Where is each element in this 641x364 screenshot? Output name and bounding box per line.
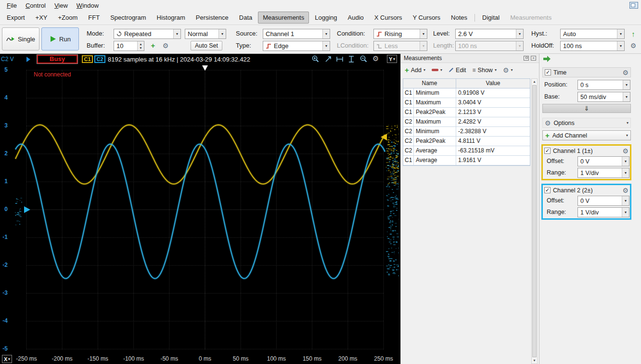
single-button[interactable]: Single [2, 27, 39, 50]
tab-y-cursors[interactable]: Y Cursors [408, 12, 446, 24]
buffer-settings-button[interactable]: ⚙ [161, 41, 170, 50]
tab-data[interactable]: Data [234, 12, 257, 24]
scrollbar-thumb[interactable] [532, 85, 537, 357]
tab-audio[interactable]: Audio [343, 12, 369, 24]
remove-measurement-button[interactable]: ▾ [432, 68, 442, 72]
measurement-row[interactable]: C1Maximum3.0404 V [403, 98, 530, 108]
value-cell: 1.9161 V [456, 156, 530, 165]
tab-xy[interactable]: +XY [31, 12, 52, 24]
expand-time-options-button[interactable]: ⇓ [542, 104, 631, 113]
options-menu-button[interactable]: ⚙ Options ▾ [542, 118, 631, 128]
channel1-checkbox[interactable]: ✓ [544, 148, 551, 154]
base-select[interactable]: 50 ms/div ▾ [577, 92, 630, 102]
channel2-checkbox[interactable]: ✓ [544, 187, 551, 193]
menu-control[interactable]: Control [22, 1, 50, 10]
channel1-range-select[interactable]: 1 V/div ▾ [577, 168, 629, 178]
chevron-down-icon: ▾ [218, 29, 226, 38]
y-tick-label: -1 [0, 234, 8, 240]
trigger-mode-select[interactable]: Normal ▾ [185, 29, 226, 39]
gear-icon[interactable]: ⚙ [622, 187, 628, 194]
menu-view[interactable]: View [51, 1, 72, 10]
source-select[interactable]: Channel 1 ▾ [263, 29, 330, 39]
channel2-header[interactable]: ✓ Channel 2 (2±) ⚙ [543, 185, 630, 195]
close-panel-icon[interactable]: × [531, 56, 536, 61]
add-channel-button[interactable]: + Add Channel ▾ [542, 130, 631, 140]
menu-file[interactable]: File [3, 1, 21, 10]
tab-zoom[interactable]: +Zoom [53, 12, 83, 24]
tab-logging[interactable]: Logging [310, 12, 342, 24]
channel2-badge[interactable]: C2 [94, 55, 105, 63]
measurement-row[interactable]: C2Average-63.21518 mV [403, 146, 530, 156]
add-measurement-button[interactable]: + Add ▾ [405, 67, 425, 74]
spinner-arrows[interactable]: ▲▼ [137, 41, 144, 50]
run-button[interactable]: Run [41, 27, 79, 50]
channel1-badge[interactable]: C1 [82, 55, 93, 63]
fit-horizontal-icon[interactable] [336, 55, 344, 64]
tab-measurements[interactable]: Measurements [258, 12, 309, 24]
y-axis-menu-button[interactable]: Y▾ [387, 55, 397, 63]
fit-vertical-icon[interactable] [347, 55, 355, 64]
holdoff-select[interactable]: 100 ns ▾ [560, 41, 625, 51]
scroll-down-icon[interactable]: ▼ [532, 358, 537, 364]
gear-icon[interactable]: ⚙ [622, 69, 628, 76]
acquisition-toolbar: Single Run Mode: Buffer: Source: Type: C… [0, 25, 641, 54]
channel-controls-panel: ✓ Time ⚙ Position: 0 s ▾ Base: 50 ms/div… [539, 54, 641, 364]
name-column-header[interactable]: Name [403, 79, 456, 88]
tab-export[interactable]: Export [2, 12, 30, 24]
time-section-header[interactable]: ✓ Time ⚙ [542, 67, 631, 77]
zoom-region-icon[interactable] [324, 55, 332, 64]
channel1-header[interactable]: ✓ Channel 1 (1±) ⚙ [543, 146, 630, 156]
show-menu-button[interactable]: ≡ Show ▾ [473, 67, 497, 74]
trigger-settings-button[interactable]: ⚙ [628, 41, 638, 50]
menu-window[interactable]: Window [73, 1, 103, 10]
value-cell: 4.8111 V [456, 137, 530, 146]
channel2-offset-marker[interactable] [24, 206, 30, 213]
tab-notes[interactable]: Notes [446, 12, 472, 24]
zoom-in-icon[interactable] [312, 55, 320, 64]
tab-fft[interactable]: FFT [83, 12, 104, 24]
edit-measurement-button[interactable]: Edit [449, 67, 466, 74]
tab-x-cursors[interactable]: X Cursors [370, 12, 407, 24]
gear-icon[interactable]: ⚙ [622, 148, 628, 154]
level-select[interactable]: 2.6 V ▾ [455, 29, 524, 39]
type-select[interactable]: Edge ▾ [263, 41, 330, 51]
trigger-position-marker[interactable] [202, 65, 208, 71]
buffer-spinbox[interactable]: 10 ▲▼ [114, 41, 144, 51]
options-label: Options [554, 120, 575, 126]
auto-set-button[interactable]: Auto Set [191, 41, 222, 50]
y-axis-unit-button[interactable]: C2 V [1, 56, 14, 63]
measurement-row[interactable]: C2Maximum2.4282 V [403, 117, 530, 127]
measurement-row[interactable]: C2Peak2Peak4.8111 V [403, 137, 530, 146]
tab-histogram[interactable]: Histogram [152, 12, 190, 24]
chevron-down-icon: ▾ [622, 196, 629, 205]
tab-digital[interactable]: Digital [477, 12, 504, 24]
source-value: Channel 1 [266, 30, 294, 38]
measurement-row[interactable]: C2Minimum-2.38288 V [403, 127, 530, 137]
workspace-window-icon[interactable] [629, 2, 638, 9]
tab-persistence[interactable]: Persistence [191, 12, 233, 24]
measurements-settings-button[interactable]: ⚙ ▾ [503, 67, 513, 74]
measurement-row[interactable]: C1Average1.9161 V [403, 156, 530, 165]
measurement-row[interactable]: C1Peak2Peak2.1213 V [403, 108, 530, 117]
value-column-header[interactable]: Value [456, 79, 530, 88]
expand-status-icon[interactable] [26, 57, 31, 63]
channel1-offset-select[interactable]: 0 V ▾ [577, 156, 629, 166]
measurements-scrollbar[interactable]: ▲ ▼ [531, 78, 538, 364]
time-checkbox[interactable]: ✓ [545, 69, 551, 75]
measurement-row[interactable]: C1Minimum0.91908 V [403, 88, 530, 98]
condition-select[interactable]: Rising ▾ [373, 29, 427, 39]
zoom-out-icon[interactable] [360, 55, 368, 64]
channel2-range-select[interactable]: 1 V/div ▾ [577, 207, 629, 217]
float-panel-icon[interactable] [524, 56, 529, 61]
expand-right-icon[interactable] [543, 55, 551, 64]
channel2-offset-select[interactable]: 0 V ▾ [577, 196, 629, 206]
hyst-select[interactable]: Auto ▾ [560, 29, 625, 39]
plot-settings-gear[interactable]: ⚙ [372, 55, 379, 62]
trigger-options-up-button[interactable]: ↑ [628, 29, 638, 38]
offset-value: 0 V [580, 158, 590, 165]
tab-spectrogram[interactable]: Spectrogram [105, 12, 151, 24]
position-select[interactable]: 0 s ▾ [577, 80, 630, 90]
scroll-up-icon[interactable]: ▲ [532, 79, 537, 85]
add-buffer-button[interactable]: + [148, 41, 158, 50]
mode-select[interactable]: Repeated ▾ [114, 29, 181, 39]
